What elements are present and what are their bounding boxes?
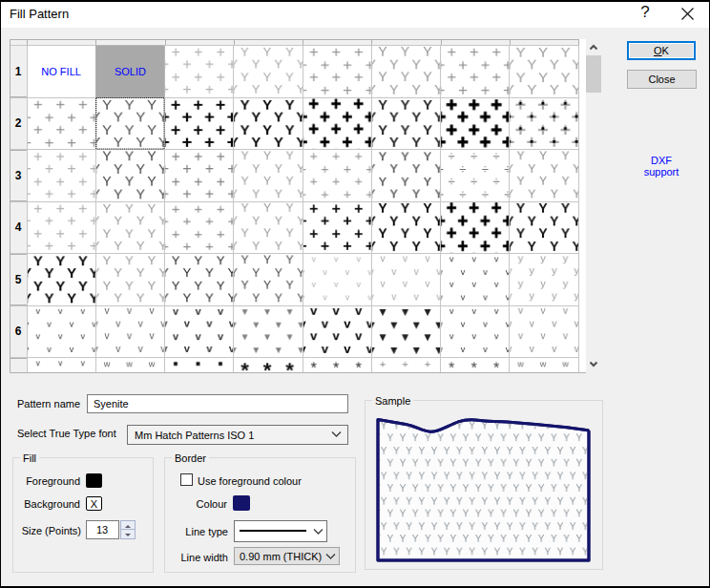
svg-text:6: 6 (15, 325, 22, 338)
svg-text:4: 4 (15, 220, 22, 234)
svg-text:1: 1 (15, 65, 22, 78)
svg-text:2: 2 (15, 116, 22, 130)
svg-text:5: 5 (15, 273, 22, 286)
svg-text:3: 3 (15, 169, 22, 182)
svg-text:SOLID: SOLID (115, 66, 146, 77)
svg-text:NO FILL: NO FILL (41, 66, 81, 77)
